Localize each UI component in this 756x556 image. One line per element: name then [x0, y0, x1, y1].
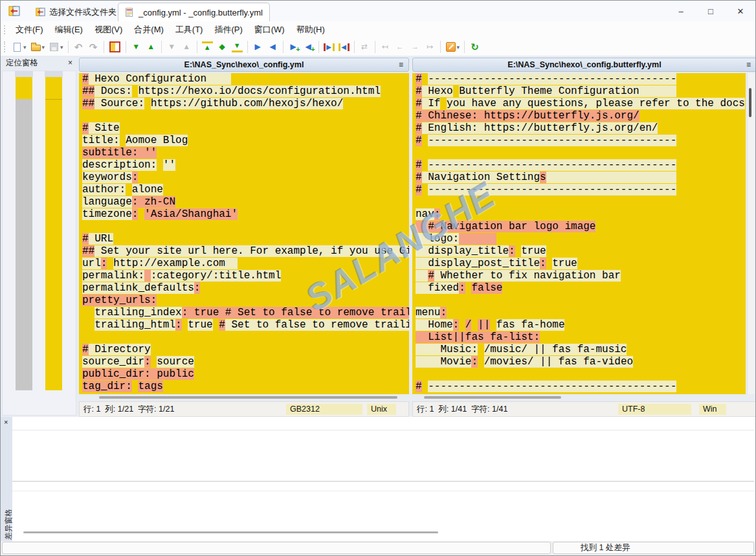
code-line[interactable]: # --------------------------------------…: [412, 73, 746, 85]
last-difference-button[interactable]: ▼: [230, 39, 245, 54]
code-line[interactable]: permalink_defaults:: [79, 282, 409, 295]
previous-difference-button[interactable]: ▲: [144, 39, 159, 54]
location-pane-close-icon[interactable]: ×: [68, 56, 72, 71]
code-line[interactable]: pretty_urls:: [79, 295, 409, 307]
code-line[interactable]: # Site: [79, 122, 409, 135]
scrollbar-thumb[interactable]: [424, 396, 561, 399]
code-line[interactable]: subtitle: '': [79, 147, 409, 159]
code-line[interactable]: # --------------------------------------…: [412, 184, 746, 196]
dropdown-caret-icon[interactable]: ▾: [60, 44, 63, 50]
code-line[interactable]: Home: / || fas fa-home: [412, 319, 746, 331]
code-line[interactable]: description: '': [79, 159, 409, 172]
menu-merge[interactable]: 合并(M): [128, 21, 170, 38]
code-line[interactable]: ## Docs: https://hexo.io/docs/configurat…: [79, 85, 409, 98]
diff-pane-close-icon[interactable]: ×: [4, 418, 8, 426]
tab-config-compare[interactable]: _config.yml - _config.butterfly.yml: [118, 3, 270, 22]
code-line[interactable]: author: alone: [79, 184, 409, 196]
code-line[interactable]: [79, 221, 409, 233]
new-compare-button[interactable]: ▾: [10, 39, 28, 54]
menu-edit[interactable]: 编辑(E): [49, 21, 89, 38]
code-line[interactable]: language: zh-CN: [79, 196, 409, 208]
code-line[interactable]: url: http://example.com: [79, 258, 409, 270]
menu-window[interactable]: 窗口(W): [249, 21, 291, 38]
diff-map-segment[interactable]: [45, 77, 62, 100]
vertical-scrollbar[interactable]: [747, 73, 755, 394]
code-line[interactable]: display_title: true: [412, 245, 746, 258]
menu-tools[interactable]: 工具(T): [170, 21, 209, 38]
code-line[interactable]: [412, 147, 746, 159]
copy-all-right-button[interactable]: ▶: [322, 39, 337, 54]
dropdown-caret-icon[interactable]: ▾: [42, 44, 45, 50]
encoding-indicator[interactable]: GB2312: [286, 404, 362, 415]
code-line[interactable]: Movie: /movies/ || fas fa-video: [412, 356, 746, 368]
code-line[interactable]: List||fas fa-list:: [412, 331, 746, 344]
diff-map-segment[interactable]: [45, 100, 62, 390]
code-line[interactable]: # --------------------------------------…: [412, 159, 746, 172]
code-line[interactable]: title: Aomoe Blog: [79, 135, 409, 147]
code-line[interactable]: source_dir: source: [79, 356, 409, 368]
code-line[interactable]: ## Source: https://github.com/hexojs/hex…: [79, 98, 409, 110]
open-button[interactable]: ▾: [28, 39, 47, 54]
dropdown-caret-icon[interactable]: ▾: [23, 44, 27, 50]
view-change-button[interactable]: [107, 39, 123, 54]
code-line[interactable]: menu:: [412, 307, 746, 319]
code-line[interactable]: # --------------------------------------…: [412, 381, 746, 393]
eol-indicator[interactable]: Win: [699, 404, 726, 415]
code-line[interactable]: trailing_html: true # Set to false to re…: [79, 319, 409, 331]
menu-help[interactable]: 帮助(H): [291, 21, 331, 38]
code-line[interactable]: [79, 331, 409, 344]
maximize-button[interactable]: □: [696, 1, 726, 21]
next-difference-button[interactable]: ▼: [129, 39, 144, 54]
file-pane-left-editor[interactable]: # Hexo Configuration ## Docs: https://he…: [79, 73, 409, 394]
code-line[interactable]: trailing_index: true # Set to false to r…: [79, 307, 409, 319]
code-line[interactable]: [79, 110, 409, 122]
code-line[interactable]: # Chinese: https://butterfly.js.org/: [412, 110, 746, 122]
code-line[interactable]: public_dir: public: [79, 368, 409, 381]
location-map-right-bar[interactable]: [45, 71, 62, 390]
code-line[interactable]: # Hexo Butterfly Theme Configuration: [412, 85, 746, 98]
code-line[interactable]: nav:: [412, 208, 746, 221]
code-line[interactable]: permalink: :category/:title.html: [79, 270, 409, 282]
minimize-button[interactable]: –: [666, 1, 696, 21]
code-line[interactable]: keywords:: [79, 172, 409, 184]
code-line[interactable]: display_post_title: true: [412, 258, 746, 270]
code-line[interactable]: [412, 196, 746, 208]
location-map-left-bar[interactable]: [16, 71, 32, 390]
code-line[interactable]: # URL: [79, 233, 409, 245]
code-line[interactable]: timezone: 'Asia/Shanghai': [79, 208, 409, 221]
copy-left-and-advance-button[interactable]: ◀: [301, 39, 316, 54]
code-line[interactable]: [412, 295, 746, 307]
refresh-button[interactable]: ↻: [467, 39, 482, 54]
code-line[interactable]: # Navigation bar logo image: [412, 221, 746, 233]
current-difference-button[interactable]: ◆: [215, 39, 230, 54]
close-button[interactable]: ✕: [726, 1, 755, 21]
code-line[interactable]: # Whether to fix navigation bar: [412, 270, 746, 282]
menu-file[interactable]: 文件(F): [10, 21, 49, 38]
horizontal-scrollbar[interactable]: [79, 394, 409, 401]
file-pane-right-editor[interactable]: # --------------------------------------…: [412, 73, 746, 394]
copy-all-left-button[interactable]: ◀: [337, 39, 351, 54]
menu-plugins[interactable]: 插件(P): [208, 21, 248, 38]
scrollbar-thumb[interactable]: [23, 531, 438, 533]
code-line[interactable]: ## Set your site url here. For example, …: [79, 245, 409, 258]
eol-indicator[interactable]: Unix: [367, 404, 396, 415]
copy-right-and-advance-button[interactable]: ▶: [286, 39, 301, 54]
scrollbar-thumb[interactable]: [99, 396, 397, 399]
horizontal-scrollbar[interactable]: [412, 394, 756, 401]
code-line[interactable]: # If you have any questions, please refe…: [412, 98, 746, 110]
code-line[interactable]: # Navigation Settings: [412, 172, 746, 184]
encoding-indicator[interactable]: UTF-8: [618, 404, 691, 415]
code-line[interactable]: tag_dir: tags: [79, 381, 409, 393]
tab-select-files[interactable]: 选择文件或文件夹: [29, 3, 123, 21]
first-difference-button[interactable]: ▲: [200, 39, 215, 54]
code-line[interactable]: logo:: [412, 233, 746, 245]
code-line[interactable]: # --------------------------------------…: [412, 135, 746, 147]
options-button[interactable]: ▾: [443, 39, 462, 54]
code-line[interactable]: fixed: false: [412, 282, 746, 295]
code-line[interactable]: # Directory: [79, 344, 409, 356]
dropdown-caret-icon[interactable]: ▾: [457, 44, 460, 50]
location-pane-map[interactable]: [2, 71, 76, 416]
pane-menu-icon[interactable]: ≡: [399, 58, 403, 71]
code-line[interactable]: # Hexo Configuration: [79, 73, 409, 85]
scrollbar-thumb[interactable]: [749, 88, 751, 117]
